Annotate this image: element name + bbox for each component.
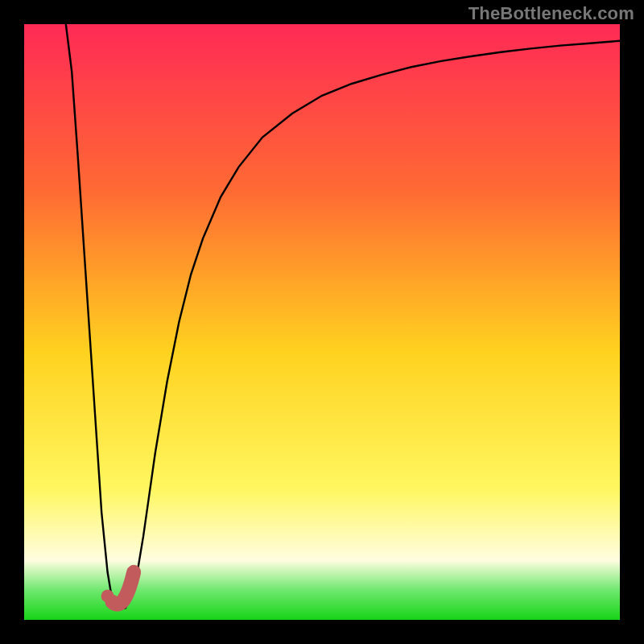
- j-marker-dot: [101, 589, 114, 602]
- chart-stage: TheBottleneck.com: [0, 0, 644, 644]
- bottleneck-chart: [0, 0, 644, 644]
- gradient-panel: [24, 24, 620, 620]
- watermark-text: TheBottleneck.com: [469, 3, 634, 24]
